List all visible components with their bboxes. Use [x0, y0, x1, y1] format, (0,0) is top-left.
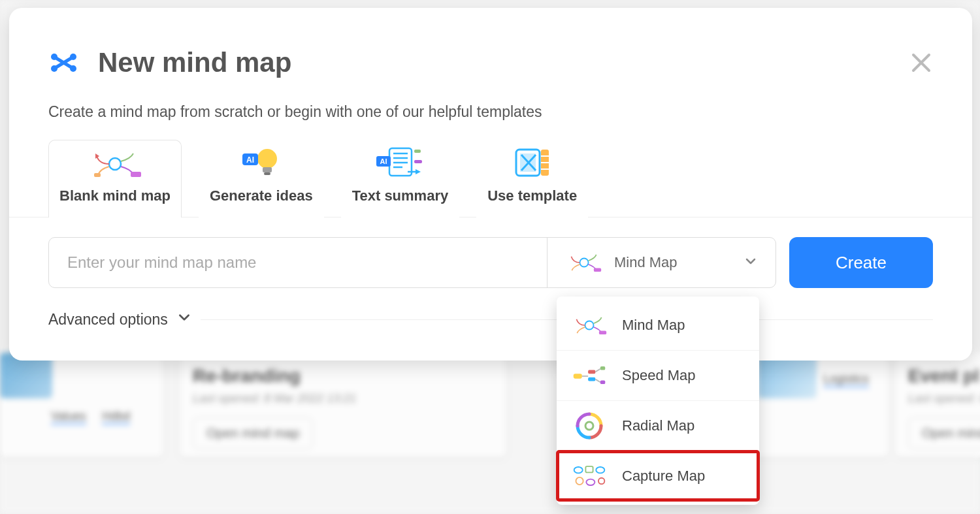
map-type-option-speedmap[interactable]: Speed Map — [557, 350, 759, 400]
svg-point-42 — [574, 467, 583, 473]
svg-point-4 — [109, 158, 121, 170]
tab-use-template[interactable]: Use template — [476, 140, 588, 217]
svg-rect-39 — [600, 366, 605, 370]
app-logo-icon — [48, 50, 80, 76]
bg-tag: Logistics — [823, 372, 869, 387]
close-button[interactable] — [909, 51, 933, 74]
tab-label: Use template — [487, 187, 577, 204]
svg-rect-33 — [574, 374, 582, 378]
tab-text-summary[interactable]: AI Text summary — [341, 140, 460, 217]
svg-point-8 — [257, 149, 277, 169]
map-type-option-label: Speed Map — [622, 367, 696, 384]
bg-tag: Hdbd — [102, 410, 130, 425]
svg-point-45 — [576, 477, 583, 485]
svg-rect-7 — [131, 172, 141, 177]
svg-point-41 — [585, 422, 593, 430]
tab-label: Blank mind map — [59, 187, 171, 204]
svg-rect-9 — [263, 167, 272, 172]
svg-point-31 — [585, 321, 593, 329]
bg-card-subtitle: Last opened: 8 Mar 2022 13:21 — [193, 392, 493, 406]
advanced-options-label: Advanced options — [48, 311, 168, 329]
bg-card-title: Re-branding — [193, 366, 493, 387]
map-type-option-capturemap[interactable]: Capture Map — [557, 451, 759, 501]
svg-rect-36 — [588, 377, 595, 381]
svg-rect-30 — [594, 268, 601, 272]
mindmap-icon — [566, 249, 602, 276]
bg-tag: Values — [51, 410, 86, 425]
svg-point-44 — [596, 467, 604, 473]
svg-rect-10 — [264, 172, 270, 175]
svg-rect-35 — [588, 370, 595, 374]
lightbulb-ai-icon: AI — [238, 147, 284, 178]
svg-line-38 — [595, 379, 600, 383]
tab-label: Text summary — [352, 187, 449, 204]
bg-card-title: Event pl — [908, 366, 980, 387]
svg-line-37 — [595, 369, 600, 372]
bg-card-subtitle: Last opened: 4 M — [908, 392, 980, 406]
new-mindmap-modal: New mind map Create a mind map from scra… — [9, 8, 972, 361]
tab-generate-ideas[interactable]: AI Generate ideas — [199, 140, 324, 217]
chevron-down-icon — [177, 310, 191, 329]
speedmap-icon — [571, 362, 608, 389]
bg-open-button: Open mind map — [193, 417, 313, 449]
radialmap-icon — [571, 413, 608, 439]
map-type-option-label: Capture Map — [622, 468, 705, 485]
map-type-select[interactable]: Mind Map — [547, 238, 776, 287]
creation-tabs: Blank mind map AI Generate ideas — [9, 139, 972, 217]
svg-rect-43 — [585, 466, 593, 472]
map-type-option-mindmap[interactable]: Mind Map — [557, 300, 759, 350]
map-type-option-label: Radial Map — [622, 417, 694, 434]
advanced-options-toggle[interactable]: Advanced options — [48, 310, 933, 329]
template-icon — [510, 147, 555, 178]
map-type-option-radialmap[interactable]: Radial Map — [557, 400, 759, 451]
svg-rect-32 — [599, 330, 606, 334]
bg-open-button: Open mind — [908, 417, 980, 449]
modal-title: New mind map — [98, 47, 291, 78]
tab-label: Generate ideas — [210, 187, 313, 204]
tab-blank-mindmap[interactable]: Blank mind map — [48, 140, 182, 217]
document-ai-icon: AI — [372, 147, 427, 178]
map-type-selected-label: Mind Map — [614, 254, 732, 271]
map-type-option-label: Mind Map — [622, 317, 685, 334]
mindmap-icon — [88, 147, 142, 178]
svg-marker-22 — [416, 169, 421, 174]
modal-subtitle: Create a mind map from scratch or begin … — [48, 103, 933, 121]
svg-text:AI: AI — [380, 157, 387, 165]
create-button[interactable]: Create — [789, 237, 933, 288]
svg-text:AI: AI — [246, 155, 254, 165]
mindmap-icon — [571, 312, 608, 338]
svg-rect-40 — [600, 380, 605, 384]
map-type-dropdown: Mind Map Speed Map — [557, 297, 759, 505]
svg-rect-6 — [94, 173, 101, 177]
mindmap-name-input[interactable] — [49, 238, 547, 287]
svg-point-29 — [580, 258, 588, 266]
chevron-down-icon — [744, 255, 757, 270]
svg-point-46 — [586, 479, 595, 485]
svg-rect-21 — [414, 160, 422, 163]
capturemap-icon — [571, 463, 608, 489]
svg-rect-20 — [414, 150, 421, 153]
svg-point-47 — [598, 478, 604, 484]
